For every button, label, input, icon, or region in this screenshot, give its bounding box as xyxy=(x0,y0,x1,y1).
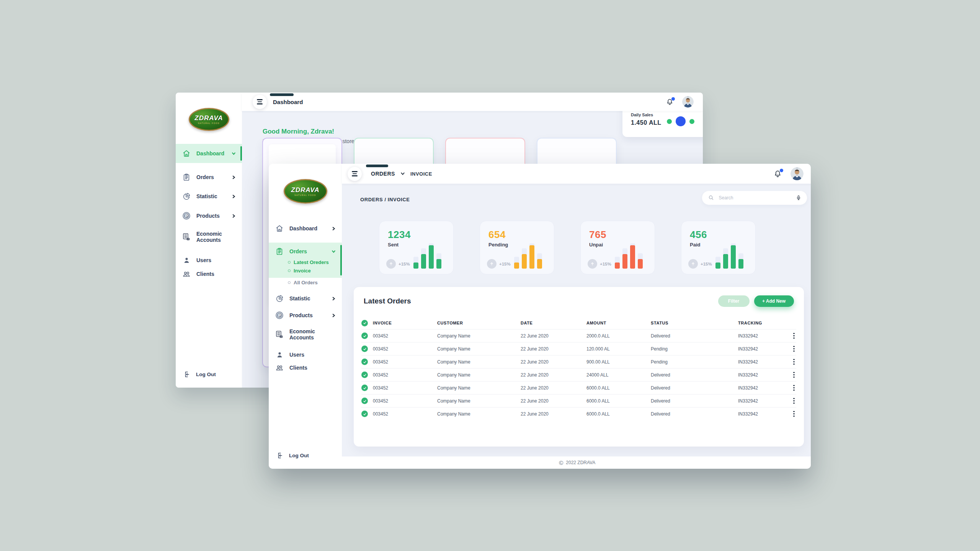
row-menu-kebab-icon[interactable] xyxy=(792,383,796,393)
row-menu-kebab-icon[interactable] xyxy=(792,357,796,367)
menu-toggle-button[interactable] xyxy=(348,167,362,181)
cell-invoice: 003452 xyxy=(373,333,437,339)
users-icon xyxy=(182,256,191,265)
microphone-icon[interactable] xyxy=(795,195,802,201)
col-status: STATUS xyxy=(651,321,738,325)
cell-customer: Company Name xyxy=(437,346,521,352)
topbar-menu-invoice[interactable]: INVOICE xyxy=(410,171,432,177)
sidebar-item-clients[interactable]: Clients xyxy=(269,361,342,374)
footer: © 2022 ZDRAVA xyxy=(342,456,811,469)
cell-customer: Company Name xyxy=(437,398,521,404)
row-menu-kebab-icon[interactable] xyxy=(792,370,796,380)
user-avatar[interactable] xyxy=(682,96,694,108)
table-row[interactable]: 003452 Company Name 22 June 2020 6000.0 … xyxy=(361,394,796,407)
table-row[interactable]: 003452 Company Name 22 June 2020 6000.0 … xyxy=(361,407,796,420)
filter-button[interactable]: Filter xyxy=(718,295,750,307)
sidebar-item-statistic[interactable]: Statistic xyxy=(269,290,342,307)
cell-tracking: IN332942 xyxy=(738,346,792,352)
notification-badge xyxy=(671,97,675,101)
sidebar-item-label: Products xyxy=(289,312,332,318)
sidebar-subitem-latest-orders[interactable]: Latest Oreders xyxy=(269,258,342,266)
cell-date: 22 June 2020 xyxy=(521,385,586,391)
sidebar-item-dashboard[interactable]: Dashboard xyxy=(176,144,242,163)
window-tab-indicator xyxy=(366,165,388,167)
sidebar-item-label: Users xyxy=(196,257,236,263)
chevron-down-icon xyxy=(332,249,336,254)
sidebar-subitem-all-orders[interactable]: All Orders xyxy=(269,278,342,287)
stat-value: 1234 xyxy=(388,229,446,241)
sidebar-item-label: Clients xyxy=(289,365,336,371)
sidebar-item-products[interactable]: P Products xyxy=(269,307,342,324)
chevron-right-icon xyxy=(332,227,336,231)
brand-name: ZDRAVA xyxy=(194,115,223,121)
sidebar-item-products[interactable]: P Products xyxy=(176,206,242,226)
sidebar-item-statistic[interactable]: Statistic xyxy=(176,187,242,206)
sidebar-item-label: Orders xyxy=(289,248,332,254)
add-new-button[interactable]: + Add New xyxy=(754,295,794,307)
trend-up-icon xyxy=(688,259,698,269)
cell-status: Delivered xyxy=(651,372,738,378)
sidebar-subitem-invoice[interactable]: Invoice xyxy=(269,266,342,275)
sidebar-item-users[interactable]: Users xyxy=(176,253,242,267)
mini-bar-chart xyxy=(715,243,749,269)
chevron-down-icon[interactable] xyxy=(400,171,405,176)
notifications-bell-icon[interactable] xyxy=(666,98,674,106)
sidebar-item-orders[interactable]: Orders xyxy=(176,168,242,187)
notifications-bell-icon[interactable] xyxy=(773,170,782,178)
cell-customer: Company Name xyxy=(437,372,521,378)
cell-date: 22 June 2020 xyxy=(521,359,586,365)
table-row[interactable]: 003452 Company Name 22 June 2020 24000 A… xyxy=(361,368,796,381)
cell-invoice: 003452 xyxy=(373,346,437,352)
row-menu-kebab-icon[interactable] xyxy=(792,396,796,406)
user-avatar[interactable] xyxy=(791,167,804,180)
table-row[interactable]: 003452 Company Name 22 June 2020 6000.0 … xyxy=(361,381,796,394)
cell-customer: Company Name xyxy=(437,385,521,391)
table-row[interactable]: 003452 Company Name 22 June 2020 900.00 … xyxy=(361,355,796,368)
row-menu-kebab-icon[interactable] xyxy=(792,409,796,419)
sidebar: ZDRAVA NATURAL FOOD Dashboard xyxy=(176,93,242,388)
table-row[interactable]: 003452 Company Name 22 June 2020 2000.0 … xyxy=(361,329,796,342)
table-row[interactable]: 003452 Company Name 22 June 2020 120.000… xyxy=(361,342,796,355)
chevron-down-icon xyxy=(232,152,236,156)
logout-label: Log Out xyxy=(289,453,309,458)
sidebar-item-label: Orders xyxy=(196,174,232,180)
topbar: ORDERS INVOICE xyxy=(342,164,811,184)
row-menu-kebab-icon[interactable] xyxy=(792,331,796,341)
notification-badge xyxy=(780,169,783,172)
sidebar-item-economic-accounts[interactable]: Economic Accounts xyxy=(269,324,342,345)
clients-icon xyxy=(182,269,191,279)
sidebar-item-economic-accounts[interactable]: Economic Accounts xyxy=(176,226,242,248)
row-menu-kebab-icon[interactable] xyxy=(792,344,796,354)
search-input[interactable] xyxy=(718,195,795,201)
sidebar-item-label: Statistic xyxy=(289,295,332,302)
sidebar-item-orders[interactable]: Orders xyxy=(269,245,342,258)
cell-date: 22 June 2020 xyxy=(521,372,586,378)
sidebar-subitem-label: Latest Oreders xyxy=(294,259,329,265)
check-icon xyxy=(361,411,368,417)
menu-toggle-button[interactable] xyxy=(253,95,267,109)
chevron-right-icon xyxy=(232,175,236,179)
sidebar-item-users[interactable]: Users xyxy=(269,348,342,361)
logout-button[interactable]: Log Out xyxy=(176,366,242,388)
active-indicator xyxy=(340,245,342,276)
sidebar-item-dashboard[interactable]: Dashboard xyxy=(269,220,342,237)
bullet-icon xyxy=(288,269,291,272)
zdrava-logo: ZDRAVA NATURAL FOOD xyxy=(189,108,229,131)
clients-icon xyxy=(275,363,284,372)
cell-customer: Company Name xyxy=(437,359,521,365)
stat-card-sent: 1234 Sent +15% xyxy=(379,221,454,274)
panel-title: Latest Orders xyxy=(364,297,411,305)
cell-status: Delivered xyxy=(651,385,738,391)
cell-status: Delivered xyxy=(651,333,738,339)
active-indicator xyxy=(240,146,242,161)
chevron-right-icon xyxy=(332,297,336,301)
sidebar-item-clients[interactable]: Clients xyxy=(176,267,242,281)
cell-status: Delivered xyxy=(651,411,738,417)
sidebar-subitem-label: Invoice xyxy=(294,268,311,274)
table-header-row: INVOICE CUSTOMER DATE AMOUNT STATUS TRAC… xyxy=(361,317,796,329)
sidebar-item-label: Statistic xyxy=(196,193,232,199)
cell-amount: 120.000 AL xyxy=(586,346,651,352)
topbar-menu-orders[interactable]: ORDERS xyxy=(371,171,395,177)
mini-bar-chart xyxy=(514,243,548,269)
logout-button[interactable]: Log Out xyxy=(269,447,342,469)
